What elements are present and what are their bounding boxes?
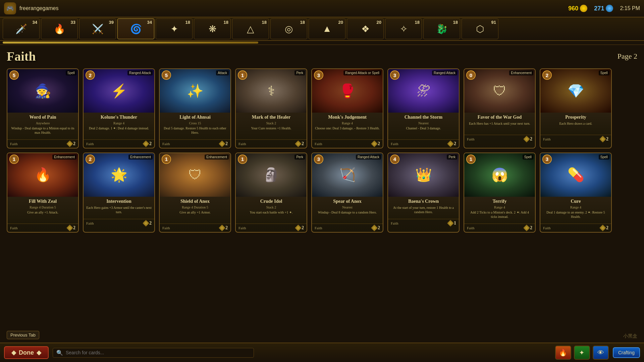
card-desc-fill-with-zeal: Give an ally +1 Attack. (10, 210, 75, 222)
card-cure[interactable]: 💊 3 Spell Cure Range 4 Deal 1 damage to … (540, 153, 612, 233)
filter-orange-button[interactable]: 🔥 (555, 346, 571, 360)
card-body-spear-of-anox: Spear of Anox Nearest Windup - Deal 8 da… (312, 197, 383, 224)
skill-count-4: 18 (185, 20, 190, 25)
skill-item-11[interactable]: 18 🐉 (423, 18, 460, 39)
skill-item-4[interactable]: 18 ✦ (156, 18, 193, 39)
card-word-of-pain[interactable]: 🧙 5 Spell Word of Pain Anywhere Windup -… (7, 68, 79, 148)
card-shield-of-anox[interactable]: 🛡 1 Enhancement Shield of Anox Range 4 D… (159, 153, 231, 233)
card-footer-mark-of-healer: Faith 2 (236, 139, 307, 148)
search-container[interactable]: 🔍 (53, 348, 254, 358)
search-input[interactable] (66, 350, 250, 355)
filter-buttons: 🔥 ✦ 👁 (555, 346, 609, 360)
skill-item-10[interactable]: 18 ✧ (385, 18, 422, 39)
page-number: Page 2 (618, 52, 637, 61)
card-type-word-of-pain: Spell (66, 70, 76, 75)
faith-diamond-word-of-pain (66, 140, 73, 147)
card-desc-kolunes-thunder: Deal 2 damage. 1 ✦: Deal 4 damage instea… (86, 126, 152, 138)
skill-item-9[interactable]: 20 ❖ (347, 18, 384, 39)
card-image-baenas-crown: 👑 4 Perk (388, 153, 459, 197)
filter-green-button[interactable]: ✦ (574, 346, 590, 360)
card-baenas-crown[interactable]: 👑 4 Perk Baena's Crown At the start of y… (387, 153, 460, 233)
card-name-light-of-ahnsai: Light of Ahnsai (162, 115, 228, 120)
watermark: 小黑盒 (623, 333, 637, 339)
card-desc-prosperity: Each Hero draws a card. (543, 121, 608, 133)
card-mark-of-healer[interactable]: ⚕ 1 Perk Mark of the Healer Stack 2 Your… (235, 68, 307, 148)
card-type-channel-storm: Ranged Attack (432, 70, 457, 75)
card-desc-word-of-pain: Windup - Deal damage to a Minion equal t… (10, 126, 75, 138)
card-faith-cost-spear-of-anox: 2 (372, 225, 380, 231)
skill-icon-12: ⬡ (473, 21, 487, 36)
blue-gem-icon (606, 5, 613, 12)
card-cost-crude-idol: 1 (238, 155, 247, 164)
skill-icon-3: 🌀 (128, 21, 143, 36)
faith-value-favor-war-god: 2 (530, 136, 532, 142)
faith-value-mark-of-healer: 2 (302, 141, 304, 146)
card-favor-war-god[interactable]: 🛡 0 Enhancement Favor of the War God Eac… (464, 68, 536, 148)
card-school-kolunes-thunder: Faith (86, 142, 94, 146)
card-desc-cure: Deal 1 damage to an enemy. 2 ✦: Restore … (543, 210, 608, 222)
card-faith-cost-favor-war-god: 2 (524, 136, 532, 142)
card-fill-with-zeal[interactable]: 🔥 1 Enhancement Fill With Zeal Range 4 D… (7, 153, 79, 233)
card-type-prosperity: Spell (599, 70, 609, 75)
card-faith-cost-intervention: 2 (144, 221, 152, 226)
card-channel-storm[interactable]: ⛈ 3 Ranged Attack Channel the Storm Near… (387, 68, 460, 148)
card-footer-cure: Faith 2 (540, 224, 611, 232)
card-school-crude-idol: Faith (238, 226, 246, 230)
card-school-word-of-pain: Faith (10, 142, 18, 146)
skill-item-6[interactable]: 18 △ (232, 18, 269, 39)
card-row-2: 🔥 1 Enhancement Fill With Zeal Range 4 D… (7, 153, 637, 233)
faith-diamond-monks-judgement (371, 140, 378, 147)
card-intervention[interactable]: 🌟 2 Enhancement Intervention Each Hero g… (83, 153, 155, 233)
card-cost-intervention: 2 (86, 155, 95, 164)
main-content: Faith Page 2 🧙 5 Spell Word of Pain Anyw… (0, 45, 644, 343)
skill-item-7[interactable]: 18 ◎ (270, 18, 307, 39)
card-row-2-wrapper: 🔥 1 Enhancement Fill With Zeal Range 4 D… (7, 153, 637, 233)
faith-value-channel-storm: 2 (454, 141, 456, 146)
skill-item-12[interactable]: 91 ⬡ (462, 18, 498, 39)
skill-icon-1: 🔥 (52, 21, 67, 36)
faith-diamond-baenas-crown (447, 220, 454, 227)
card-school-light-of-ahnsai: Faith (162, 142, 170, 146)
card-cost-spear-of-anox: 3 (314, 155, 323, 164)
card-monks-judgement[interactable]: 🥊 3 Ranged Attack or Spell Monk's Judgem… (311, 68, 383, 148)
card-image-cure: 💊 3 Spell (540, 153, 611, 197)
skill-item-8[interactable]: 20 ▲ (309, 18, 345, 39)
faith-diamond-kolunes-thunder (143, 140, 149, 147)
card-type-shield-of-anox: Enhancement (205, 155, 229, 160)
card-spear-of-anox[interactable]: 🏹 3 Ranged Attack Spear of Anox Nearest … (311, 153, 383, 233)
card-school-monks-judgement: Faith (315, 142, 322, 146)
card-type-intervention: Enhancement (128, 155, 153, 160)
card-image-favor-war-god: 🛡 0 Enhancement (464, 69, 535, 113)
skill-item-5[interactable]: 18 ❋ (194, 18, 231, 39)
card-image-kolunes-thunder: ⚡ 2 Ranged Attack (84, 69, 154, 113)
skill-icon-5: ❋ (205, 21, 220, 36)
card-light-of-ahnsai[interactable]: ✨ 5 Attack Light of Ahnsai Cross 15 Deal… (159, 68, 231, 148)
done-button[interactable]: ◆ Done ◆ (4, 346, 49, 359)
card-terrify[interactable]: 😱 1 Spell Terrify Range 4 Add 2 Ticks to… (464, 153, 536, 233)
card-row-1-wrapper: 🧙 5 Spell Word of Pain Anywhere Windup -… (7, 68, 637, 148)
card-faith-cost-cure: 2 (600, 225, 608, 231)
faith-value-cure: 2 (606, 225, 608, 231)
card-school-baenas-crown: Faith (391, 221, 398, 225)
prev-tab-tooltip: Previous Tab (7, 331, 39, 339)
card-desc-intervention: Each Hero gains +3 Armor until the caste… (86, 205, 152, 218)
skill-count-11: 18 (453, 20, 458, 25)
bottom-bar: ◆ Done ◆ 🔍 🔥 ✦ 👁 Crafting (0, 343, 644, 362)
skill-item-2[interactable]: 39 ⚔️ (79, 18, 116, 39)
skill-count-5: 18 (224, 20, 228, 25)
card-image-mark-of-healer: ⚕ 1 Perk (236, 69, 307, 113)
card-body-fill-with-zeal: Fill With Zeal Range 4 Duration 5 Give a… (7, 197, 78, 224)
skill-item-0[interactable]: 34 🗡️ (3, 18, 40, 39)
skill-item-3[interactable]: 34 🌀 (117, 18, 154, 39)
filter-blue-button[interactable]: 👁 (593, 346, 609, 360)
card-crude-idol[interactable]: 🗿 1 Perk Crude Idol Stack 2 You start ea… (235, 153, 307, 233)
skill-count-3: 34 (147, 20, 152, 25)
card-prosperity[interactable]: 💎 2 Spell Prosperity Each Hero draws a c… (540, 68, 612, 148)
card-image-crude-idol: 🗿 1 Perk (236, 153, 307, 197)
card-desc-favor-war-god: Each Hero has +1 Attack until your next … (467, 121, 532, 133)
card-image-fill-with-zeal: 🔥 1 Enhancement (7, 153, 78, 197)
skill-icon-11: 🐉 (434, 21, 449, 36)
card-kolunes-thunder[interactable]: ⚡ 2 Ranged Attack Kolune's Thunder Range… (83, 68, 155, 148)
skill-item-1[interactable]: 33 🔥 (41, 18, 78, 39)
crafting-button[interactable]: Crafting (613, 347, 640, 358)
